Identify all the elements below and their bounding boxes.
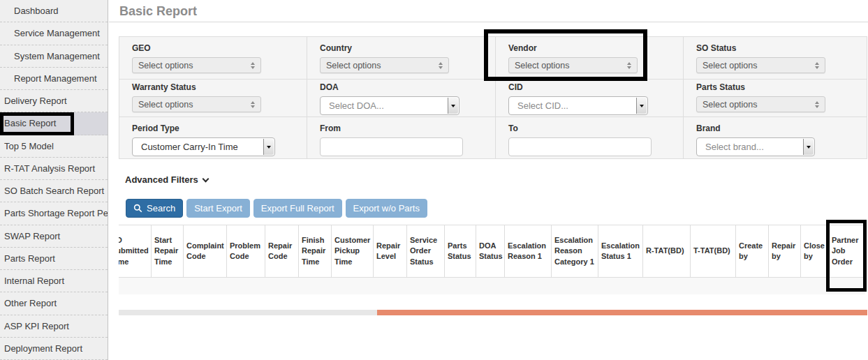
column-header-create-by: Create by [736, 225, 769, 277]
from-date-input[interactable] [320, 137, 463, 156]
column-header-repair-level: Repair Level [374, 225, 407, 277]
updown-caret-icon [627, 62, 631, 69]
cid-label: CID [508, 82, 670, 92]
vendor-label: Vendor [508, 43, 670, 53]
search-button-label: Search [147, 203, 175, 213]
column-header-close-by: Close by [801, 225, 829, 277]
sidebar-item-asp-kpi-report[interactable]: ASP KPI Report [0, 315, 108, 338]
parts-status-multiselect[interactable]: Select options [696, 96, 825, 112]
export-full-report-label: Export Full Report [261, 203, 334, 213]
filter-cell-brand: Brand Select brand... [684, 117, 867, 158]
brand-select[interactable]: Select brand... [696, 137, 815, 156]
parts-status-label: Parts Status [696, 82, 854, 92]
vendor-multiselect-value: Select options [515, 61, 570, 70]
sidebar-item-dashboard[interactable]: Dashboard [0, 0, 108, 22]
country-label: Country [320, 43, 483, 53]
sidebar-item-basic-report[interactable]: Basic Report [0, 112, 108, 135]
updown-caret-icon [251, 101, 255, 108]
country-multiselect-value: Select options [326, 61, 381, 70]
start-export-label: Start Export [194, 203, 242, 213]
column-header-parts-status: Parts Status [445, 225, 476, 277]
updown-caret-icon [251, 62, 255, 69]
doa-label: DOA [320, 82, 483, 92]
sidebar-item-internal-report[interactable]: Internal Report [0, 270, 108, 292]
horizontal-scrollbar-track[interactable] [119, 310, 867, 315]
column-header-complaint-code: Complaint Code [184, 225, 227, 277]
from-label: From [320, 123, 483, 133]
warranty-status-multiselect[interactable]: Select options [132, 96, 261, 112]
results-table: SO Submitted Time Start Repair Time Comp… [119, 225, 868, 294]
sidebar: Dashboard Service Management System Mana… [0, 0, 108, 360]
brand-label: Brand [696, 123, 854, 133]
brand-select-value: Select brand... [705, 142, 764, 152]
filter-cell-cid: CID Select CID... [496, 80, 684, 117]
title-divider [109, 22, 868, 22]
filter-cell-doa: DOA Select DOA... [307, 80, 496, 117]
parts-status-multiselect-value: Select options [703, 100, 758, 110]
warranty-status-label: Warranty Status [132, 82, 294, 92]
period-type-select-value: Customer Carry-In Time [141, 142, 238, 152]
updown-caret-icon [815, 101, 819, 108]
column-header-partner-job-order: Partner Job Order [829, 225, 865, 277]
filter-cell-geo: GEO Select options [119, 37, 307, 80]
sidebar-item-parts-report[interactable]: Parts Report [0, 248, 108, 270]
warranty-status-multiselect-value: Select options [138, 100, 193, 110]
updown-caret-icon [439, 62, 443, 69]
to-label: To [508, 123, 670, 133]
export-wo-parts-button[interactable]: Export w/o Parts [346, 199, 427, 218]
dropdown-arrow-icon[interactable] [263, 139, 274, 155]
period-type-select[interactable]: Customer Carry-In Time [132, 137, 275, 156]
column-header-escalation-reason-category-1: Escalation Reason Category 1 [552, 225, 598, 277]
geo-multiselect[interactable]: Select options [132, 57, 261, 73]
filter-cell-vendor: Vendor Select options [496, 37, 684, 80]
so-status-multiselect-value: Select options [703, 61, 758, 70]
column-header-escalation-status-1: Escalation Status 1 [598, 225, 643, 277]
empty-table-row [119, 278, 865, 294]
column-header-customer-pickup-time: Customer Pickup Time [332, 225, 374, 277]
vendor-multiselect[interactable]: Select options [508, 57, 638, 73]
doa-combobox[interactable]: Select DOA... [320, 96, 459, 115]
column-header-problem-code: Problem Code [227, 225, 265, 277]
sidebar-item-service-management[interactable]: Service Management [0, 22, 108, 45]
dropdown-arrow-icon[interactable] [803, 139, 814, 155]
geo-multiselect-value: Select options [138, 61, 193, 70]
filter-cell-country: Country Select options [307, 37, 496, 80]
filter-cell-period-type: Period Type Customer Carry-In Time [119, 117, 307, 158]
start-export-button[interactable]: Start Export [186, 199, 250, 218]
column-header-repair-by: Repair by [769, 225, 801, 277]
sidebar-item-delivery-report[interactable]: Delivery Report [0, 90, 108, 112]
sidebar-item-top-5-model[interactable]: Top 5 Model [0, 135, 108, 158]
column-header-label: SO Submitted Time [119, 235, 152, 267]
country-multiselect[interactable]: Select options [320, 57, 449, 73]
advanced-filters-toggle[interactable]: Advanced Filters [125, 174, 208, 185]
sidebar-item-report-management[interactable]: Report Management [0, 68, 108, 90]
table-header-row: SO Submitted Time Start Repair Time Comp… [119, 225, 865, 278]
sidebar-item-swap-report[interactable]: SWAP Report [0, 225, 108, 248]
sidebar-item-so-batch-search-report[interactable]: SO Batch Search Report [0, 180, 108, 202]
export-full-report-button[interactable]: Export Full Report [253, 199, 342, 218]
sidebar-item-deployment-report[interactable]: Deployment Report [0, 338, 108, 360]
chevron-down-icon [202, 175, 209, 182]
dropdown-arrow-icon[interactable] [448, 98, 458, 114]
search-button[interactable]: Search [126, 199, 183, 218]
filter-cell-so-status: SO Status Select options [684, 37, 867, 80]
sidebar-item-parts-shortage-report[interactable]: Parts Shortage Report Per Repair [0, 202, 108, 225]
cid-combobox[interactable]: Select CID... [508, 96, 648, 115]
sidebar-item-other-report[interactable]: Other Report [0, 292, 108, 315]
advanced-filters-label: Advanced Filters [125, 174, 198, 185]
page-title: Basic Report [119, 4, 197, 19]
sidebar-item-system-management[interactable]: System Management [0, 45, 108, 68]
dropdown-arrow-icon[interactable] [636, 98, 647, 114]
filter-cell-to: To [496, 117, 684, 158]
filter-cell-from: From [307, 117, 496, 158]
column-header-repair-code: Repair Code [265, 225, 299, 277]
horizontal-scrollbar-thumb[interactable] [377, 310, 867, 315]
doa-combobox-value: Select DOA... [329, 100, 384, 111]
column-header-finish-repair-time: Finish Repair Time [299, 225, 332, 277]
export-wo-parts-label: Export w/o Parts [353, 203, 420, 213]
so-status-multiselect[interactable]: Select options [696, 57, 825, 73]
column-header-escalation-reason-1: Escalation Reason 1 [505, 225, 552, 277]
filter-cell-parts-status: Parts Status Select options [684, 80, 867, 117]
to-date-input[interactable] [508, 137, 652, 156]
sidebar-item-rtat-analysis-report[interactable]: R-TAT Analysis Report [0, 158, 108, 180]
